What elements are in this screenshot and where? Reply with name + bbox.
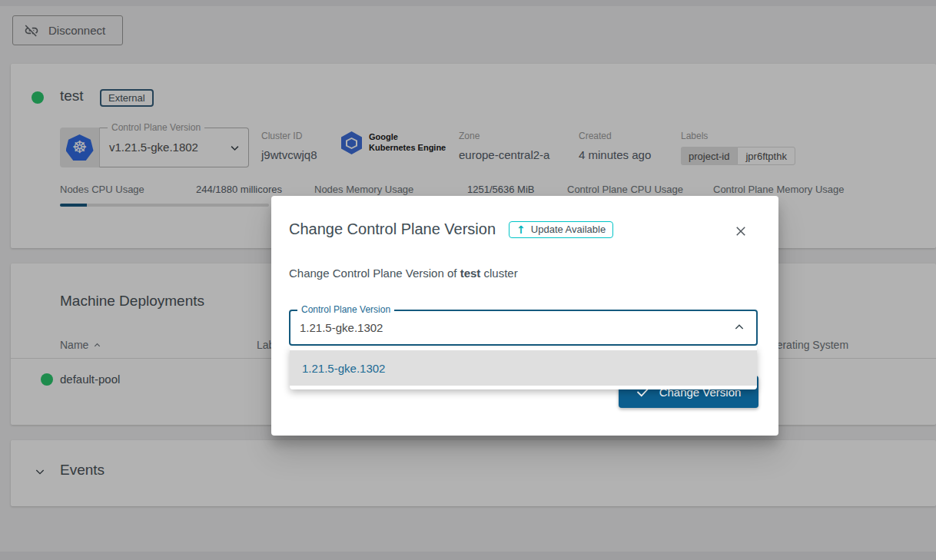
update-available-badge: ↑ Update Available	[509, 221, 613, 238]
arrow-up-icon: ↑	[516, 224, 526, 236]
field-value: 1.21.5-gke.1302	[300, 321, 383, 334]
dialog-subtitle: Change Control Plane Version of test clu…	[289, 267, 518, 280]
version-options-panel: 1.21.5-gke.1302	[290, 347, 757, 389]
control-plane-version-field[interactable]: Control Plane Version 1.21.5-gke.1302	[289, 310, 758, 346]
field-label: Control Plane Version	[297, 304, 394, 315]
dialog-title: Change Control Plane Version	[289, 220, 496, 238]
change-version-dialog: Change Control Plane Version ↑ Update Av…	[271, 196, 778, 436]
cluster-details-page: Disconnect test External ☸ Control Plane…	[0, 0, 936, 560]
chevron-up-icon	[733, 321, 745, 336]
close-icon[interactable]	[734, 224, 748, 238]
version-option[interactable]: 1.21.5-gke.1302	[290, 350, 757, 386]
subtitle-cluster-name: test	[460, 267, 481, 280]
update-available-label: Update Available	[531, 224, 606, 235]
